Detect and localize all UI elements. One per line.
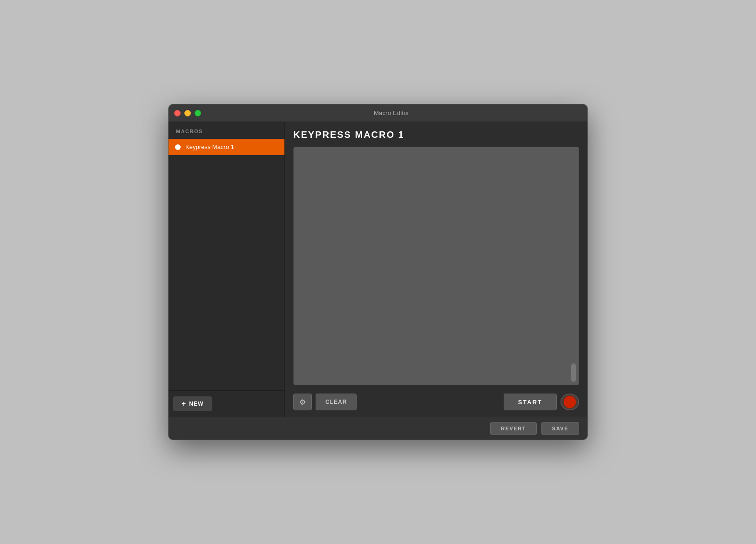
record-indicator (564, 396, 576, 408)
window-title: Macro Editor (201, 109, 582, 116)
start-button[interactable]: START (504, 394, 557, 410)
macro-title: KEYPRESS MACRO 1 (293, 129, 579, 140)
save-button[interactable]: SAVE (541, 422, 579, 435)
plus-icon: + (182, 400, 186, 408)
sidebar-footer: + NEW (169, 390, 284, 417)
main-content: MACROS Keypress Macro 1 + NEW KEYPRESS M… (169, 122, 587, 417)
footer-bar: REVERT SAVE (169, 417, 587, 440)
macro-item-indicator (175, 144, 181, 150)
bottom-toolbar: ⚙ CLEAR START (293, 390, 579, 417)
sidebar: MACROS Keypress Macro 1 + NEW (169, 122, 285, 417)
clear-button[interactable]: CLEAR (316, 394, 357, 410)
editor-panel: KEYPRESS MACRO 1 ⚙ CLEAR START (285, 122, 587, 417)
macro-item-label: Keypress Macro 1 (185, 143, 234, 150)
gear-icon: ⚙ (299, 398, 306, 407)
macro-canvas (293, 147, 579, 385)
title-bar: Macro Editor (169, 104, 587, 122)
maximize-button[interactable] (195, 110, 201, 116)
scrollbar-indicator[interactable] (571, 363, 576, 382)
macro-editor-window: Macro Editor MACROS Keypress Macro 1 + N… (169, 104, 587, 440)
sidebar-header: MACROS (169, 122, 284, 139)
traffic-lights (174, 110, 201, 116)
close-button[interactable] (174, 110, 181, 116)
macro-list: Keypress Macro 1 (169, 139, 284, 390)
revert-button[interactable]: REVERT (490, 422, 537, 435)
macro-item[interactable]: Keypress Macro 1 (169, 139, 284, 155)
new-macro-button[interactable]: + NEW (173, 396, 212, 411)
settings-button[interactable]: ⚙ (293, 394, 312, 410)
record-button[interactable] (560, 394, 579, 410)
minimize-button[interactable] (184, 110, 191, 116)
new-button-label: NEW (189, 401, 203, 407)
